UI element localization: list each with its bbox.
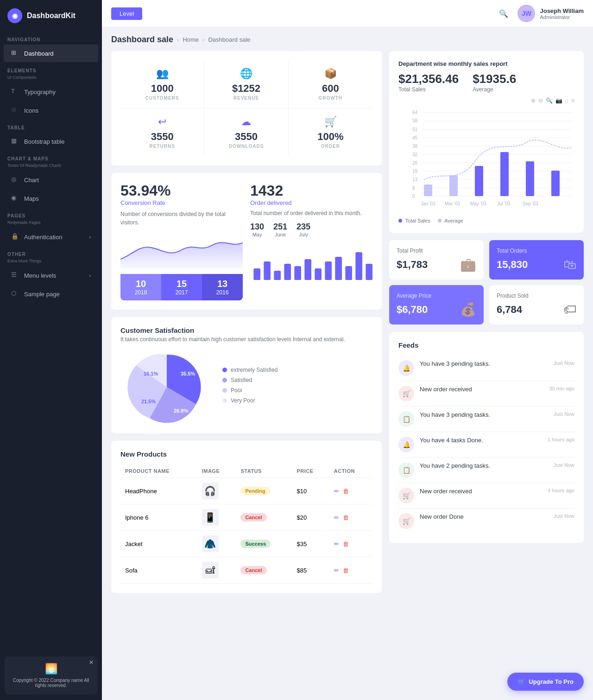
edit-icon[interactable]: ✏: [334, 541, 339, 547]
svg-text:16.1%: 16.1%: [144, 371, 158, 376]
table-row: Sofa 🛋 Cancel $85 ✏ 🗑: [120, 557, 372, 584]
profit-value: 15,830: [497, 259, 528, 271]
svg-text:45: 45: [412, 135, 418, 140]
sidebar-item-maps[interactable]: ◉ Maps: [4, 190, 98, 207]
sidebar-item-sample-page[interactable]: ⬡ Sample page: [4, 285, 98, 303]
feed-icon: 📋: [398, 411, 414, 427]
conversion-percent: 53.94%: [120, 182, 243, 199]
chart-ctrl-home[interactable]: ⌂: [565, 97, 568, 104]
product-status-cell: Cancel: [236, 504, 292, 531]
feed-item: 🔔 You have 3 pending tasks. Just Now: [398, 356, 574, 381]
table-icon: ▦: [11, 137, 19, 146]
svg-rect-0: [253, 268, 260, 280]
chart-ctrl-menu[interactable]: ≡: [571, 97, 574, 104]
content-area: Dashboard sale › Home › Dashboard sale 👥…: [102, 27, 593, 700]
svg-rect-3: [284, 264, 291, 280]
copyright-text: Copyright © 2022.Company name All rights…: [13, 678, 89, 688]
sidebar-item-typography[interactable]: T Typography: [4, 83, 98, 101]
products-table: PRODUCT NAME IMAGE STATUS PRICE ACTION H…: [120, 465, 372, 584]
sidebar-item-label: Authentication: [24, 234, 62, 241]
breadcrumb-home[interactable]: Home: [183, 36, 199, 43]
table-section-label: TABLE: [0, 120, 102, 132]
year-badge-2016: 13 2016: [202, 274, 243, 300]
feed-item: 🛒 New order Done Just Now: [398, 509, 574, 534]
chart-ctrl-search[interactable]: 🔍: [546, 97, 553, 104]
upgrade-button[interactable]: 🛒 Upgrade To Pro: [507, 673, 584, 691]
delete-icon[interactable]: 🗑: [343, 488, 349, 495]
svg-text:Mar '03: Mar '03: [445, 201, 460, 206]
edit-icon[interactable]: ✏: [334, 514, 339, 521]
sidebar-logo[interactable]: ◉ DashboardKit: [0, 0, 102, 32]
feeds-title: Feeds: [398, 341, 574, 349]
header: Level 🔍 JW Joseph William Administrator: [102, 0, 593, 27]
profit-row: $6,780 💰: [397, 302, 476, 317]
delete-icon[interactable]: 🗑: [343, 567, 349, 574]
chart-ctrl-camera[interactable]: 📷: [555, 97, 562, 104]
sidebar-item-label: Dashboard: [24, 50, 54, 57]
copyright-close-icon[interactable]: ✕: [89, 659, 94, 666]
satisfaction-body: 35.5% 26.9% 21.5% 16.1% extremely Satisf…: [120, 350, 372, 424]
year-num: 10: [128, 279, 154, 289]
order-stat-july: 235 July: [296, 222, 310, 237]
stat-label: May: [250, 232, 264, 237]
chart-ctrl-zoom-out[interactable]: ⊖: [538, 97, 543, 104]
feed-text: New order Done: [420, 513, 548, 520]
order-stat-june: 251 June: [273, 222, 287, 237]
stat-val: 130: [250, 222, 264, 232]
legend-extremely-satisfied: extremely Satisfied: [222, 367, 278, 373]
profit-icon: 💰: [460, 302, 476, 317]
sidebar-item-bootstrap-table[interactable]: ▦ Bootstrap table: [4, 133, 98, 150]
svg-rect-43: [551, 171, 560, 196]
feed-icon: 🛒: [398, 513, 414, 529]
profit-value: $1,783: [397, 259, 428, 271]
svg-text:26: 26: [412, 160, 418, 165]
edit-icon[interactable]: ✏: [334, 488, 339, 495]
search-icon[interactable]: 🔍: [499, 9, 508, 18]
feed-item: 🛒 New order received 30 min ago: [398, 381, 574, 407]
sidebar-item-label: Typography: [24, 89, 56, 95]
svg-text:19: 19: [412, 169, 418, 174]
profit-row: $1,783 💼: [397, 257, 476, 272]
edit-icon[interactable]: ✏: [334, 567, 339, 574]
sidebar-item-menu-levels[interactable]: ☰ Menu levels ›: [4, 267, 98, 284]
chevron-icon: ›: [89, 273, 91, 278]
feed-time: Just Now: [554, 411, 574, 417]
svg-rect-4: [294, 266, 301, 280]
svg-rect-42: [526, 161, 534, 196]
chart-icon: ◎: [11, 176, 19, 184]
product-status-cell: Cancel: [236, 557, 292, 584]
feeds-list: 🔔 You have 3 pending tasks. Just Now 🛒 N…: [398, 356, 574, 534]
svg-rect-7: [325, 261, 332, 280]
stats-card: 👥 1000 CUSTOMERS 🌐 $1252 REVENUE 📦 600 G…: [111, 51, 382, 165]
customers-value: 1000: [151, 83, 174, 95]
action-icons: ✏ 🗑: [334, 488, 368, 495]
legend-average: Average: [438, 218, 463, 223]
sidebar-item-dashboard[interactable]: ⊞ Dashboard: [4, 45, 98, 62]
sidebar-item-label: Sample page: [24, 291, 60, 298]
profit-row: 6,784 🏷: [497, 302, 576, 317]
breadcrumb-sep: ›: [177, 36, 179, 43]
product-image: 🎧: [202, 483, 219, 499]
sidebar-item-authentication[interactable]: 🔒 Authentication ›: [4, 228, 98, 246]
sidebar-item-chart[interactable]: ◎ Chart: [4, 171, 98, 189]
svg-text:64: 64: [412, 110, 418, 115]
svg-text:0: 0: [412, 194, 415, 199]
product-image-cell: 🎧: [197, 478, 236, 504]
legend-total-sales: Total Sales: [398, 218, 430, 223]
legend-satisfied: Satisfied: [222, 377, 278, 383]
delete-icon[interactable]: 🗑: [343, 541, 349, 547]
feed-content: You have 4 tasks Done.: [420, 437, 542, 444]
svg-rect-8: [335, 257, 342, 280]
legend-label-total-sales: Total Sales: [405, 218, 430, 223]
delete-icon[interactable]: 🗑: [343, 514, 349, 521]
chart-ctrl-zoom-in[interactable]: ⊕: [531, 97, 536, 104]
pages-sub-label: Redymade Pages: [0, 220, 102, 228]
breadcrumb-sep2: ›: [202, 36, 204, 43]
feed-content: You have 2 pending tasks.: [420, 462, 548, 469]
level-button[interactable]: Level: [111, 7, 142, 20]
feeds-card: Feeds 🔔 You have 3 pending tasks. Just N…: [389, 332, 584, 543]
page-title: Dashboard sale: [111, 35, 173, 45]
sidebar-item-icons[interactable]: ☆ Icons: [4, 102, 98, 119]
total-sales-fig: $21,356.46 Total Sales: [398, 72, 459, 93]
user-profile[interactable]: JW Joseph William Administrator: [517, 5, 584, 22]
